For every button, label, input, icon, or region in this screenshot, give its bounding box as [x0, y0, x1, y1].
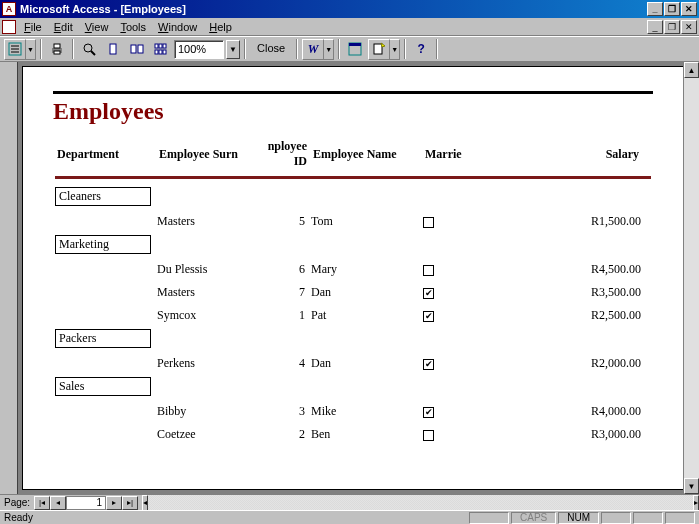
department-group: Packers	[55, 329, 151, 348]
svg-rect-6	[110, 44, 116, 54]
cell-surname: Du Plessis	[157, 256, 252, 277]
window-title: Microsoft Access - [Employees]	[20, 3, 647, 15]
married-checkbox: ✔	[423, 359, 434, 370]
export-word-dropdown[interactable]: ▼	[324, 39, 334, 60]
zoom-dropdown[interactable]: ▼	[226, 40, 240, 59]
hscroll-right-button[interactable]: ▸	[693, 495, 699, 511]
scroll-up-button[interactable]: ▲	[684, 62, 699, 78]
view-mode-button[interactable]	[4, 39, 26, 60]
cell-name: Mike	[311, 398, 421, 419]
cell-name: Dan	[311, 350, 421, 371]
svg-rect-13	[159, 50, 162, 54]
print-button[interactable]	[46, 39, 68, 60]
status-num: NUM	[558, 512, 599, 524]
document-icon	[2, 20, 16, 34]
employee-row: Bibby3Mike✔R4,000.00	[55, 398, 651, 419]
cell-surname: Masters	[157, 208, 252, 229]
export-word-button[interactable]: W	[302, 39, 324, 60]
svg-rect-12	[155, 50, 158, 54]
doc-close-button[interactable]: ✕	[681, 20, 697, 34]
next-page-button[interactable]: ▸	[106, 496, 122, 510]
status-scrl	[601, 512, 631, 524]
menu-tools[interactable]: Tools	[114, 19, 152, 35]
svg-rect-7	[131, 45, 136, 53]
cell-name: Pat	[311, 302, 421, 323]
cell-salary: R4,000.00	[485, 398, 651, 419]
svg-rect-2	[54, 44, 60, 48]
statusbar: Ready CAPS NUM	[0, 510, 699, 524]
titlebar: A Microsoft Access - [Employees] _ ❐ ✕	[0, 0, 699, 18]
svg-rect-10	[159, 44, 162, 48]
menu-view[interactable]: View	[79, 19, 115, 35]
help-button[interactable]: ?	[410, 39, 432, 60]
left-margin	[0, 62, 18, 494]
prev-page-button[interactable]: ◂	[50, 496, 66, 510]
svg-line-5	[91, 51, 95, 55]
vertical-scrollbar[interactable]: ▲ ▼	[683, 62, 699, 494]
scroll-track[interactable]	[684, 78, 699, 478]
one-page-button[interactable]	[102, 39, 124, 60]
maximize-button[interactable]: ❐	[664, 2, 680, 16]
menubar: File Edit View Tools Window Help _ ❐ ✕	[0, 18, 699, 36]
col-married: Marrie	[425, 139, 485, 171]
menu-edit[interactable]: Edit	[48, 19, 79, 35]
two-page-button[interactable]	[126, 39, 148, 60]
svg-rect-17	[374, 44, 382, 54]
menu-help[interactable]: Help	[203, 19, 238, 35]
married-checkbox: ✔	[423, 311, 434, 322]
cell-id: 6	[254, 256, 309, 277]
svg-rect-8	[138, 45, 143, 53]
cell-name: Dan	[311, 279, 421, 300]
scroll-down-button[interactable]: ▼	[684, 478, 699, 494]
document-area[interactable]: Employees DepartmentEmployee Surnnployee…	[18, 62, 683, 494]
cell-surname: Bibby	[157, 398, 252, 419]
svg-rect-9	[155, 44, 158, 48]
menu-window[interactable]: Window	[152, 19, 203, 35]
page-label: Page:	[0, 497, 34, 508]
cell-id: 2	[254, 421, 309, 442]
cell-salary: R2,500.00	[485, 302, 651, 323]
multi-page-button[interactable]	[150, 39, 172, 60]
married-checkbox	[423, 217, 434, 228]
married-checkbox	[423, 430, 434, 441]
doc-minimize-button[interactable]: _	[647, 20, 663, 34]
col-department: Department	[57, 139, 157, 171]
cell-id: 7	[254, 279, 309, 300]
last-page-button[interactable]: ▸|	[122, 496, 138, 510]
cell-salary: R1,500.00	[485, 208, 651, 229]
toolbar: ▼ 100% ▼ Close W ▼ ▼ ?	[0, 36, 699, 62]
zoom-input[interactable]: 100%	[174, 40, 224, 59]
doc-restore-button[interactable]: ❐	[664, 20, 680, 34]
cell-salary: R3,500.00	[485, 279, 651, 300]
col-salary: Salary	[487, 139, 649, 171]
employee-row: Du Plessis6MaryR4,500.00	[55, 256, 651, 277]
cell-salary: R2,000.00	[485, 350, 651, 371]
close-button[interactable]: ✕	[681, 2, 697, 16]
col-name: Employee Name	[313, 139, 423, 171]
married-checkbox	[423, 265, 434, 276]
menu-file[interactable]: File	[18, 19, 48, 35]
employee-row: Symcox1Pat✔R2,500.00	[55, 302, 651, 323]
col-surname: Employee Surn	[159, 139, 254, 171]
workspace: Employees DepartmentEmployee Surnnployee…	[0, 62, 699, 494]
department-group: Cleaners	[55, 187, 151, 206]
view-mode-dropdown[interactable]: ▼	[26, 39, 36, 60]
zoom-tool-button[interactable]	[78, 39, 100, 60]
cell-id: 5	[254, 208, 309, 229]
new-object-dropdown[interactable]: ▼	[390, 39, 400, 60]
svg-rect-16	[349, 43, 361, 46]
cell-name: Tom	[311, 208, 421, 229]
svg-point-4	[84, 44, 92, 52]
first-page-button[interactable]: |◂	[34, 496, 50, 510]
col-id: nployee ID	[256, 139, 311, 171]
page-number-input[interactable]: 1	[66, 496, 106, 510]
svg-rect-11	[163, 44, 166, 48]
database-window-button[interactable]	[344, 39, 366, 60]
new-object-button[interactable]	[368, 39, 390, 60]
report-page: Employees DepartmentEmployee Surnnployee…	[22, 66, 683, 490]
status-text: Ready	[4, 512, 467, 523]
status-ovr	[633, 512, 663, 524]
minimize-button[interactable]: _	[647, 2, 663, 16]
hscroll-track[interactable]	[148, 495, 693, 511]
close-preview-button[interactable]: Close	[250, 39, 292, 60]
